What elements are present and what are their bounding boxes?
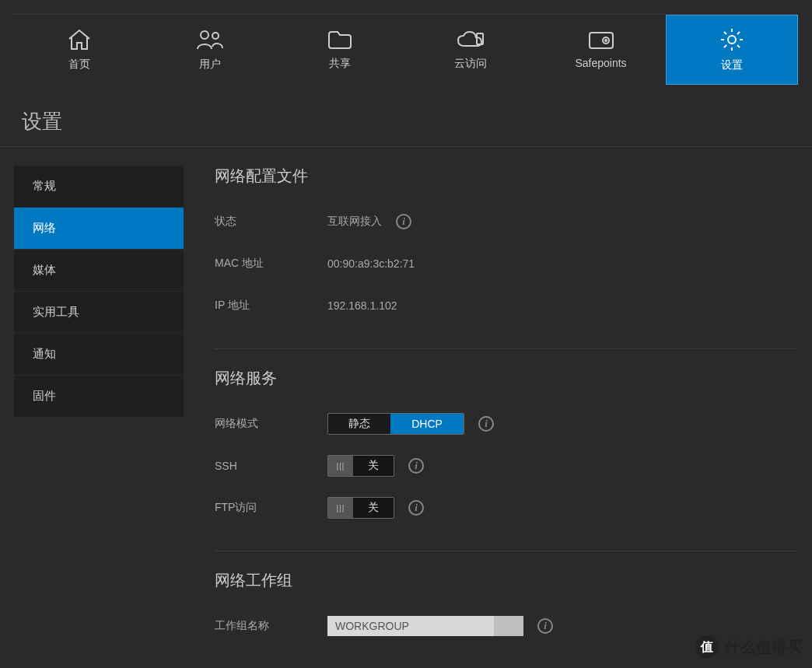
ftp-label: FTP访问 xyxy=(215,501,327,515)
status-label: 状态 xyxy=(215,215,327,229)
workgroup-name-input[interactable] xyxy=(327,616,494,636)
sidebar-item-utilities[interactable]: 实用工具 xyxy=(14,292,184,334)
workgroup-name-label: 工作组名称 xyxy=(215,619,327,633)
ip-value: 192.168.1.102 xyxy=(327,299,397,312)
info-icon[interactable]: i xyxy=(408,458,424,474)
toggle-handle-icon xyxy=(328,456,353,476)
info-icon[interactable]: i xyxy=(396,214,411,229)
ssh-label: SSH xyxy=(215,460,327,472)
sidebar-item-general[interactable]: 常规 xyxy=(14,166,184,208)
toggle-handle-icon xyxy=(328,498,353,518)
sidebar-item-label: 实用工具 xyxy=(33,305,79,320)
cloud-icon xyxy=(455,29,486,51)
nav-safepoints[interactable]: Safepoints xyxy=(536,15,667,85)
gear-icon xyxy=(719,27,744,52)
section-title-workgroup: 网络工作组 xyxy=(215,570,798,591)
sidebar-item-label: 网络 xyxy=(33,221,56,236)
nav-label: 设置 xyxy=(721,58,743,72)
ip-label: IP 地址 xyxy=(215,299,327,313)
ssh-state: 关 xyxy=(353,456,394,476)
sidebar-item-label: 媒体 xyxy=(33,263,56,278)
users-icon xyxy=(195,28,225,51)
ftp-state: 关 xyxy=(353,498,394,518)
page-title: 设置 xyxy=(22,108,812,135)
row-ftp: FTP访问 关 i xyxy=(215,487,798,529)
mac-value: 00:90:a9:3c:b2:71 xyxy=(327,257,415,270)
section-title-services: 网络服务 xyxy=(215,368,798,389)
nav-home[interactable]: 首页 xyxy=(14,15,145,85)
row-network-mode: 网络模式 静态 DHCP i xyxy=(215,403,798,445)
nav-share[interactable]: 共享 xyxy=(275,15,405,85)
svg-point-1 xyxy=(212,33,219,39)
row-mac: MAC 地址 00:90:a9:3c:b2:71 xyxy=(215,243,798,285)
top-nav: 首页 用户 共享 云访问 Safepoints 设置 xyxy=(14,14,798,85)
nav-users[interactable]: 用户 xyxy=(145,15,275,85)
settings-sidebar: 常规 网络 媒体 实用工具 通知 固件 xyxy=(14,166,184,647)
nav-label: 云访问 xyxy=(454,57,487,71)
section-title-profile: 网络配置文件 xyxy=(215,166,798,187)
sidebar-item-label: 固件 xyxy=(33,389,56,404)
sidebar-item-notifications[interactable]: 通知 xyxy=(14,334,184,376)
mac-label: MAC 地址 xyxy=(215,257,327,271)
mode-static-option[interactable]: 静态 xyxy=(328,414,390,434)
svg-point-6 xyxy=(728,36,736,44)
workgroup-name-confirm-button[interactable] xyxy=(494,616,523,636)
row-status: 状态 互联网接入 i xyxy=(215,201,798,243)
network-mode-toggle[interactable]: 静态 DHCP xyxy=(327,413,464,435)
row-ssh: SSH 关 i xyxy=(215,445,798,487)
folder-icon xyxy=(327,29,353,51)
ftp-toggle[interactable]: 关 xyxy=(327,497,394,519)
ssh-toggle[interactable]: 关 xyxy=(327,455,394,477)
nav-label: 首页 xyxy=(68,58,90,72)
sidebar-item-firmware[interactable]: 固件 xyxy=(14,376,184,418)
safepoint-icon xyxy=(587,30,615,51)
sidebar-item-label: 常规 xyxy=(33,179,56,194)
nav-settings[interactable]: 设置 xyxy=(666,15,798,85)
nav-label: 共享 xyxy=(329,57,351,71)
watermark-badge: 值 xyxy=(695,635,719,659)
watermark: 值 什么值得买 xyxy=(695,635,803,659)
svg-point-5 xyxy=(605,40,607,41)
mode-label: 网络模式 xyxy=(215,417,327,431)
sidebar-item-network[interactable]: 网络 xyxy=(14,208,184,250)
nav-label: Safepoints xyxy=(575,57,626,69)
watermark-text: 什么值得买 xyxy=(725,637,803,658)
info-icon[interactable]: i xyxy=(408,500,424,516)
row-ip: IP 地址 192.168.1.102 xyxy=(215,285,798,327)
home-icon xyxy=(66,28,93,51)
info-icon[interactable]: i xyxy=(478,416,494,432)
nav-cloud[interactable]: 云访问 xyxy=(405,15,536,85)
svg-point-0 xyxy=(201,31,208,39)
info-icon[interactable]: i xyxy=(537,618,553,634)
nav-label: 用户 xyxy=(199,58,221,72)
status-value: 互联网接入 xyxy=(327,215,382,229)
main-panel: 网络配置文件 状态 互联网接入 i MAC 地址 00:90:a9:3c:b2:… xyxy=(215,166,798,647)
mode-dhcp-option[interactable]: DHCP xyxy=(390,414,464,434)
sidebar-item-label: 通知 xyxy=(33,347,56,362)
sidebar-item-media[interactable]: 媒体 xyxy=(14,250,184,292)
